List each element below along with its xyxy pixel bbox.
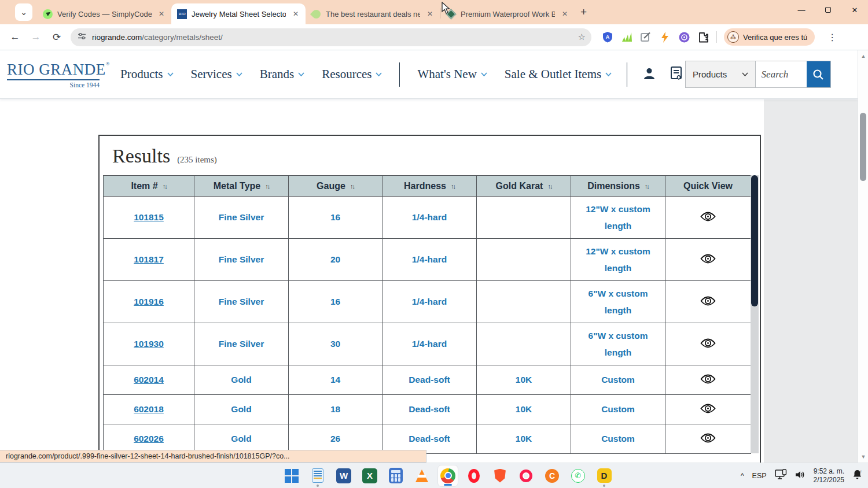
- column-header-dimensions[interactable]: Dimensions↑↓: [571, 176, 665, 197]
- bookmark-star-icon[interactable]: ☆: [578, 32, 586, 42]
- verify-profile-button[interactable]: ⁂ Verifica que eres tú: [724, 28, 815, 46]
- window-maximize-button[interactable]: [815, 0, 841, 20]
- new-tab-button[interactable]: +: [580, 6, 587, 19]
- riogrande-logo[interactable]: RIO GRANDE® Since 1944: [7, 61, 100, 88]
- taskbar-opera-gx[interactable]: [516, 465, 536, 487]
- start-button[interactable]: [281, 465, 302, 487]
- cell-dimensions: Custom: [571, 395, 665, 424]
- page-scrollbar[interactable]: ▲ ▼: [858, 50, 868, 463]
- taskbar-vlc[interactable]: [411, 465, 432, 487]
- item-number-link[interactable]: 602026: [134, 434, 164, 443]
- address-bar[interactable]: riogrande.com/category/metals/sheet/ ☆: [71, 28, 591, 46]
- taskbar-word[interactable]: W: [333, 465, 354, 487]
- item-number-link[interactable]: 602014: [134, 375, 164, 385]
- taskbar-excel[interactable]: X: [359, 465, 380, 487]
- search-button[interactable]: [807, 61, 830, 87]
- sort-icon[interactable]: ↑↓: [350, 183, 354, 190]
- taskbar-opera[interactable]: [464, 465, 484, 487]
- quick-view-button[interactable]: [700, 253, 716, 264]
- taskbar-yellow-app[interactable]: D: [594, 465, 615, 487]
- taskbar-clock[interactable]: 9:52 a. m. 2/12/2025: [814, 467, 844, 485]
- search-category-select[interactable]: Products: [686, 61, 756, 87]
- table-scrollbar-thumb[interactable]: [751, 175, 758, 306]
- scroll-down-arrow-icon[interactable]: ▼: [858, 452, 868, 461]
- notification-bell-icon[interactable]: z: [852, 469, 862, 482]
- column-header-gold-karat[interactable]: Gold Karat↑↓: [477, 176, 571, 197]
- quick-view-button[interactable]: [700, 338, 716, 349]
- wishlist-icon[interactable]: [669, 66, 684, 83]
- display-device-icon[interactable]: [775, 469, 787, 482]
- browser-menu-button[interactable]: ⋮: [823, 32, 841, 43]
- tab-jewelry-metal-sheet-selector[interactable]: RIO Jewelry Metal Sheet Selector: Si ✕: [171, 3, 306, 24]
- sort-icon[interactable]: ↑↓: [451, 183, 455, 190]
- taskbar-chrome[interactable]: [437, 465, 458, 487]
- taskbar-apps: W X C ✆ D: [281, 465, 615, 487]
- browser-toolbar: ← → ⟳ riogrande.com/category/metals/shee…: [0, 24, 868, 50]
- taskbar-brave[interactable]: [490, 465, 510, 487]
- purple-target-extension-icon[interactable]: [678, 31, 690, 43]
- language-indicator[interactable]: ESP: [752, 472, 767, 480]
- taskbar-ccleaner[interactable]: C: [542, 465, 562, 487]
- column-header-gauge[interactable]: Gauge↑↓: [289, 176, 382, 197]
- extensions-puzzle-icon[interactable]: [697, 31, 709, 43]
- tab-work-boots[interactable]: Premium Waterproof Work Boo ✕: [440, 3, 575, 24]
- item-number-link[interactable]: 101930: [134, 339, 164, 349]
- nav-services[interactable]: Services: [191, 67, 242, 82]
- quick-view-button[interactable]: [700, 295, 716, 306]
- growth-extension-icon[interactable]: [621, 31, 632, 43]
- column-header-item[interactable]: Item #↑↓: [104, 176, 194, 197]
- nav-sale-outlet[interactable]: Sale & Outlet Items: [505, 67, 612, 82]
- window-minimize-button[interactable]: —: [788, 0, 815, 20]
- tab-restaurant-deals[interactable]: The best restaurant deals near ✕: [306, 3, 440, 24]
- tab-simplycodes[interactable]: Verify Codes — SimplyCodes ✕: [37, 3, 171, 24]
- lightning-extension-icon[interactable]: [659, 31, 671, 43]
- compose-extension-icon[interactable]: [640, 31, 652, 43]
- system-tray: ^ ESP 9:52 a. m. 2/12/2025 z: [741, 463, 862, 488]
- forward-button[interactable]: →: [27, 28, 45, 46]
- taskbar-calculator[interactable]: [385, 465, 406, 487]
- tab-close-icon[interactable]: ✕: [156, 9, 167, 19]
- sort-icon[interactable]: ↑↓: [645, 183, 649, 190]
- chevron-down-icon: [298, 72, 304, 76]
- item-number-link[interactable]: 101916: [134, 297, 164, 306]
- sort-icon[interactable]: ↑↓: [547, 183, 551, 190]
- item-number-link[interactable]: 101817: [134, 254, 164, 264]
- quick-view-button[interactable]: [700, 403, 716, 414]
- quick-view-button[interactable]: [700, 374, 716, 385]
- column-header-hardness[interactable]: Hardness↑↓: [382, 176, 477, 197]
- volume-icon[interactable]: [795, 470, 806, 482]
- account-icon[interactable]: [642, 66, 656, 83]
- table-scrollbar[interactable]: [751, 175, 759, 453]
- tray-expand-icon[interactable]: ^: [741, 472, 744, 480]
- nav-brands[interactable]: Brands: [260, 67, 305, 82]
- search-input[interactable]: [756, 61, 807, 87]
- cell-dimensions: 12"W x custom length: [571, 197, 665, 239]
- tab-close-icon[interactable]: ✕: [290, 9, 301, 19]
- item-number-link[interactable]: 602018: [134, 404, 164, 414]
- item-number-link[interactable]: 101815: [134, 212, 164, 222]
- tab-close-icon[interactable]: ✕: [560, 9, 570, 19]
- cell-quick-view: [665, 323, 751, 365]
- nav-resources[interactable]: Resources: [322, 67, 382, 82]
- site-info-icon[interactable]: [78, 32, 86, 43]
- quick-view-button[interactable]: [700, 211, 716, 222]
- tab-title: The best restaurant deals near: [326, 10, 420, 19]
- nav-whats-new[interactable]: What's New: [417, 67, 487, 82]
- sort-icon[interactable]: ↑↓: [265, 183, 269, 190]
- page-scrollbar-thumb[interactable]: [860, 113, 866, 181]
- taskbar-whatsapp[interactable]: ✆: [568, 465, 589, 487]
- column-header-metal-type[interactable]: Metal Type↑↓: [194, 176, 289, 197]
- taskbar-notepad[interactable]: [307, 465, 328, 487]
- sort-icon[interactable]: ↑↓: [163, 183, 167, 190]
- tab-close-icon[interactable]: ✕: [425, 9, 435, 19]
- tab-title: Premium Waterproof Work Boo: [461, 10, 555, 19]
- reload-button[interactable]: ⟳: [47, 28, 66, 46]
- scroll-up-arrow-icon[interactable]: ▲: [858, 51, 868, 61]
- logo-registered-mark: ®: [106, 61, 110, 66]
- back-button[interactable]: ←: [6, 28, 24, 46]
- window-close-button[interactable]: ✕: [841, 0, 868, 20]
- quick-view-button[interactable]: [700, 432, 716, 443]
- tab-search-button[interactable]: ⌄: [15, 3, 32, 21]
- shield-extension-icon[interactable]: A: [602, 31, 613, 43]
- nav-products[interactable]: Products: [120, 67, 174, 82]
